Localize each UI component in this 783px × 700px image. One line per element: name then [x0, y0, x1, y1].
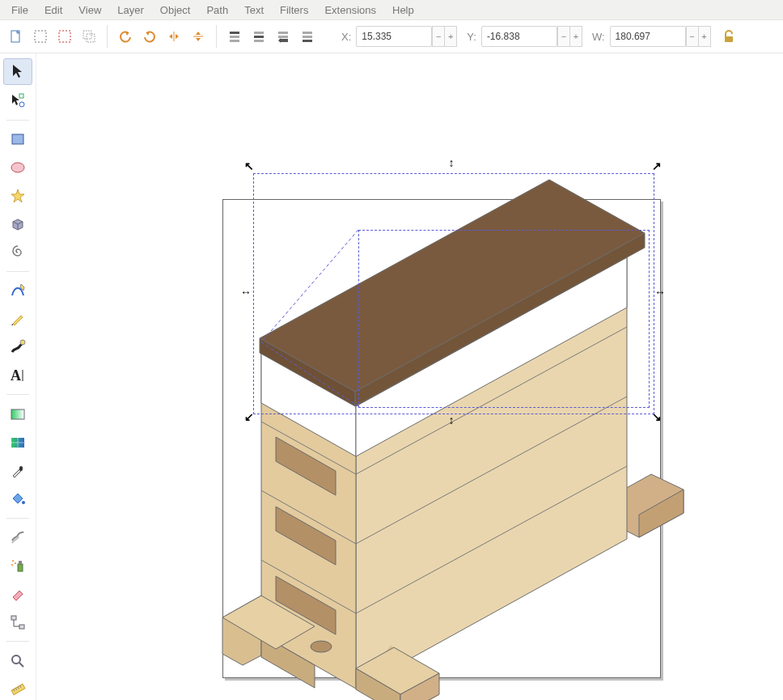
connector-tool-icon[interactable] — [4, 609, 32, 634]
menu-path[interactable]: Path — [198, 2, 236, 18]
select-all-icon[interactable] — [29, 25, 52, 48]
w-spinner[interactable]: −+ — [687, 26, 711, 47]
handle-s[interactable]: ↕ — [446, 414, 457, 426]
svg-line-39 — [19, 663, 23, 667]
svg-rect-14 — [278, 36, 288, 38]
rotate-ccw-icon[interactable] — [114, 25, 137, 48]
bezier-tool-icon[interactable] — [4, 278, 32, 303]
x-label: X: — [341, 31, 351, 43]
svg-rect-16 — [303, 32, 312, 34]
rotate-cw-icon[interactable] — [138, 25, 161, 48]
svg-rect-4 — [87, 34, 95, 42]
menu-file[interactable]: File — [3, 2, 36, 18]
handle-sw[interactable]: ↙ — [243, 411, 255, 422]
svg-point-38 — [12, 655, 20, 664]
deselect-icon[interactable] — [78, 25, 100, 48]
calligraphy-tool-icon[interactable] — [4, 335, 32, 360]
select-same-icon[interactable] — [53, 25, 76, 48]
x-spinner[interactable]: −+ — [433, 26, 457, 47]
svg-rect-13 — [278, 32, 288, 34]
svg-point-33 — [12, 560, 14, 562]
lower-icon[interactable] — [272, 25, 294, 48]
menu-edit[interactable]: Edit — [36, 2, 70, 18]
w-input[interactable] — [610, 26, 686, 47]
svg-point-24 — [20, 340, 25, 345]
lower-bottom-icon[interactable] — [296, 25, 319, 48]
menu-object[interactable]: Object — [152, 2, 199, 18]
svg-rect-18 — [303, 40, 312, 42]
text-tool-icon[interactable]: A — [4, 363, 32, 388]
rectangle-tool-icon[interactable] — [4, 127, 32, 152]
spiral-tool-icon[interactable] — [4, 240, 32, 265]
paintbucket-tool-icon[interactable] — [4, 486, 32, 511]
svg-point-30 — [22, 501, 25, 504]
svg-rect-2 — [59, 31, 70, 42]
selector-tool-icon[interactable] — [3, 58, 32, 85]
3dbox-tool-icon[interactable] — [4, 211, 32, 236]
svg-rect-31 — [18, 564, 23, 571]
svg-rect-10 — [254, 32, 264, 34]
flip-horizontal-icon[interactable] — [163, 25, 185, 48]
menu-view[interactable]: View — [70, 2, 109, 18]
gradient-tool-icon[interactable] — [4, 401, 32, 426]
spray-tool-icon[interactable] — [4, 554, 32, 579]
svg-rect-3 — [83, 31, 91, 39]
svg-rect-8 — [230, 36, 239, 38]
svg-rect-19 — [725, 36, 733, 42]
svg-rect-15 — [281, 39, 288, 42]
y-input[interactable] — [481, 26, 557, 47]
svg-rect-9 — [230, 40, 239, 42]
star-tool-icon[interactable] — [4, 183, 32, 208]
svg-rect-7 — [230, 32, 239, 34]
svg-point-23 — [11, 163, 24, 172]
dropper-tool-icon[interactable] — [4, 458, 32, 483]
svg-rect-27 — [11, 409, 24, 419]
tweak-tool-icon[interactable] — [4, 525, 32, 550]
eraser-tool-icon[interactable] — [4, 581, 32, 606]
handle-ne[interactable]: ↗ — [651, 160, 662, 172]
canvas[interactable]: ↖ ↕ ↗ ↔ ↔ ↙ ↕ ↘ — [36, 53, 783, 700]
handle-e[interactable]: ↔ — [654, 286, 666, 298]
svg-rect-32 — [19, 561, 22, 564]
menu-layer[interactable]: Layer — [109, 2, 152, 18]
handle-n[interactable]: ↕ — [446, 157, 457, 168]
handle-nw[interactable]: ↖ — [243, 160, 255, 172]
menu-help[interactable]: Help — [384, 2, 422, 18]
menu-extensions[interactable]: Extensions — [316, 2, 384, 18]
raise-icon[interactable] — [248, 25, 270, 48]
handle-se[interactable]: ↘ — [651, 411, 662, 422]
menu-filters[interactable]: Filters — [272, 2, 316, 18]
menu-bar: File Edit View Layer Object Path Text Fi… — [0, 0, 783, 20]
pencil-tool-icon[interactable] — [4, 307, 32, 332]
lock-icon[interactable] — [721, 28, 737, 45]
svg-point-21 — [19, 102, 24, 107]
svg-rect-20 — [19, 94, 23, 98]
svg-point-35 — [11, 564, 13, 566]
node-tool-icon[interactable] — [4, 88, 32, 113]
flip-vertical-icon[interactable] — [187, 25, 210, 48]
svg-point-34 — [15, 562, 16, 564]
svg-rect-12 — [254, 40, 264, 42]
mesh-tool-icon[interactable] — [4, 430, 32, 455]
toolbox: A — [0, 53, 36, 700]
svg-rect-37 — [19, 625, 24, 629]
handle-w[interactable]: ↔ — [240, 286, 252, 298]
menu-text[interactable]: Text — [236, 2, 272, 18]
svg-rect-22 — [12, 134, 23, 144]
new-doc-icon[interactable] — [5, 25, 28, 48]
x-input[interactable] — [356, 26, 432, 47]
w-label: W: — [592, 31, 605, 43]
measure-tool-icon[interactable] — [4, 677, 32, 700]
y-spinner[interactable]: −+ — [558, 26, 582, 47]
svg-rect-36 — [11, 616, 16, 620]
svg-text:A: A — [11, 367, 21, 384]
svg-rect-29 — [19, 466, 23, 471]
top-toolbar: X: −+ Y: −+ W: −+ — [0, 20, 783, 53]
zoom-tool-icon[interactable] — [4, 648, 32, 673]
ellipse-tool-icon[interactable] — [4, 155, 32, 180]
raise-top-icon[interactable] — [223, 25, 246, 48]
svg-rect-1 — [35, 31, 46, 42]
selection-bbox-inner[interactable] — [358, 230, 650, 408]
svg-point-52 — [311, 641, 332, 652]
y-label: Y: — [467, 31, 476, 43]
